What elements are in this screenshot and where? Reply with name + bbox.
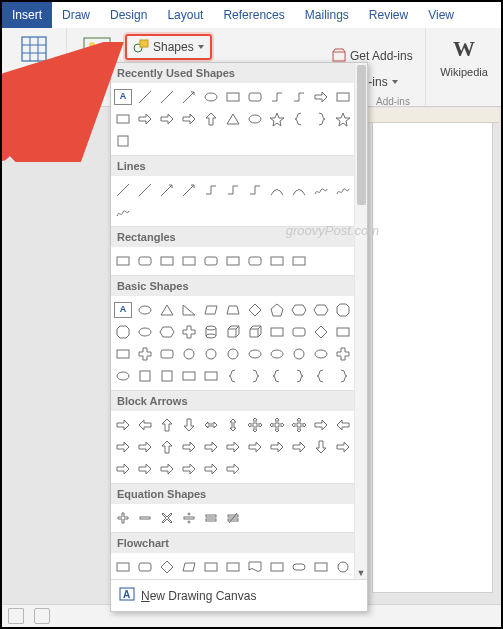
shape-item[interactable] — [289, 109, 309, 129]
shape-item[interactable] — [311, 437, 331, 457]
shape-item[interactable] — [201, 322, 221, 342]
shape-item[interactable] — [135, 508, 155, 528]
shape-item[interactable] — [135, 322, 155, 342]
shape-item[interactable] — [267, 437, 287, 457]
scroll-down-icon[interactable]: ▼ — [355, 567, 367, 579]
shape-item[interactable] — [179, 109, 199, 129]
shape-item[interactable] — [113, 131, 133, 151]
shape-item[interactable] — [267, 366, 287, 386]
shape-item[interactable] — [157, 87, 177, 107]
shape-item[interactable] — [333, 344, 353, 364]
tab-design[interactable]: Design — [100, 2, 157, 28]
shape-item[interactable] — [201, 508, 221, 528]
shape-item[interactable] — [201, 87, 221, 107]
shape-item[interactable] — [311, 344, 331, 364]
shape-item[interactable] — [157, 109, 177, 129]
tab-mailings[interactable]: Mailings — [295, 2, 359, 28]
shape-item[interactable] — [311, 300, 331, 320]
shape-item[interactable] — [201, 366, 221, 386]
shape-item[interactable] — [311, 366, 331, 386]
shape-item[interactable] — [201, 109, 221, 129]
shape-item[interactable] — [289, 251, 309, 271]
shape-item[interactable] — [311, 557, 331, 577]
shape-item[interactable] — [201, 180, 221, 200]
shape-item[interactable] — [289, 366, 309, 386]
ruler[interactable] — [368, 108, 499, 123]
shape-item[interactable] — [311, 180, 331, 200]
shape-item[interactable] — [179, 87, 199, 107]
shape-item[interactable] — [245, 251, 265, 271]
shape-item[interactable] — [113, 557, 133, 577]
shape-item[interactable] — [245, 300, 265, 320]
tab-review[interactable]: Review — [359, 2, 418, 28]
shape-item[interactable] — [201, 251, 221, 271]
shape-item[interactable] — [179, 437, 199, 457]
tab-layout[interactable]: Layout — [157, 2, 213, 28]
shape-item[interactable] — [223, 251, 243, 271]
shape-item[interactable] — [333, 557, 353, 577]
shape-item[interactable] — [135, 459, 155, 479]
shape-item[interactable] — [223, 415, 243, 435]
shape-item[interactable] — [157, 322, 177, 342]
shape-item[interactable] — [113, 180, 133, 200]
shape-item[interactable] — [289, 87, 309, 107]
shape-item[interactable] — [179, 344, 199, 364]
shape-item[interactable] — [157, 300, 177, 320]
shape-item[interactable] — [289, 322, 309, 342]
scroll-thumb[interactable] — [357, 65, 366, 205]
shape-item[interactable] — [267, 180, 287, 200]
shape-item[interactable] — [113, 109, 133, 129]
shape-item[interactable] — [179, 180, 199, 200]
shape-item[interactable] — [289, 300, 309, 320]
shape-item[interactable] — [157, 557, 177, 577]
statusbar-icon-1[interactable] — [8, 608, 24, 624]
shape-item[interactable] — [223, 300, 243, 320]
shape-item[interactable] — [113, 366, 133, 386]
shape-item[interactable] — [201, 344, 221, 364]
shape-item[interactable] — [201, 437, 221, 457]
shape-item[interactable] — [333, 366, 353, 386]
table-button[interactable]: Table — [10, 32, 58, 92]
new-drawing-canvas-item[interactable]: A New Drawing Canvas — [111, 579, 367, 611]
shape-item[interactable]: A — [113, 87, 133, 107]
shape-item[interactable] — [135, 87, 155, 107]
shape-item[interactable] — [223, 437, 243, 457]
shape-item[interactable] — [289, 437, 309, 457]
shape-item[interactable] — [157, 344, 177, 364]
shape-item[interactable] — [135, 557, 155, 577]
shape-item[interactable] — [113, 437, 133, 457]
dropdown-scrollbar[interactable]: ▲ ▼ — [354, 63, 367, 579]
tab-draw[interactable]: Draw — [52, 2, 100, 28]
shape-item[interactable] — [179, 366, 199, 386]
shape-item[interactable] — [113, 508, 133, 528]
shape-item[interactable] — [289, 180, 309, 200]
shape-item[interactable] — [223, 180, 243, 200]
shape-item[interactable] — [179, 300, 199, 320]
shape-item[interactable] — [245, 109, 265, 129]
shape-item[interactable] — [267, 344, 287, 364]
shape-item[interactable] — [223, 557, 243, 577]
tab-insert[interactable]: Insert — [2, 2, 52, 28]
shape-item[interactable] — [267, 109, 287, 129]
shape-item[interactable] — [157, 251, 177, 271]
shape-item[interactable] — [157, 508, 177, 528]
tab-view[interactable]: View — [418, 2, 464, 28]
shape-item[interactable] — [245, 415, 265, 435]
shape-item[interactable] — [113, 344, 133, 364]
shape-item[interactable] — [333, 415, 353, 435]
shape-item[interactable] — [135, 415, 155, 435]
shape-item[interactable] — [179, 459, 199, 479]
shape-item[interactable] — [201, 300, 221, 320]
shape-item[interactable] — [311, 109, 331, 129]
shape-item[interactable] — [201, 557, 221, 577]
shape-item[interactable] — [135, 180, 155, 200]
shape-item[interactable] — [179, 415, 199, 435]
shape-item[interactable] — [267, 87, 287, 107]
shape-item[interactable] — [311, 415, 331, 435]
shape-item[interactable] — [113, 415, 133, 435]
shape-item[interactable] — [289, 557, 309, 577]
shape-item[interactable] — [113, 459, 133, 479]
shape-item[interactable] — [135, 437, 155, 457]
shape-item[interactable] — [157, 437, 177, 457]
shape-item[interactable] — [179, 557, 199, 577]
